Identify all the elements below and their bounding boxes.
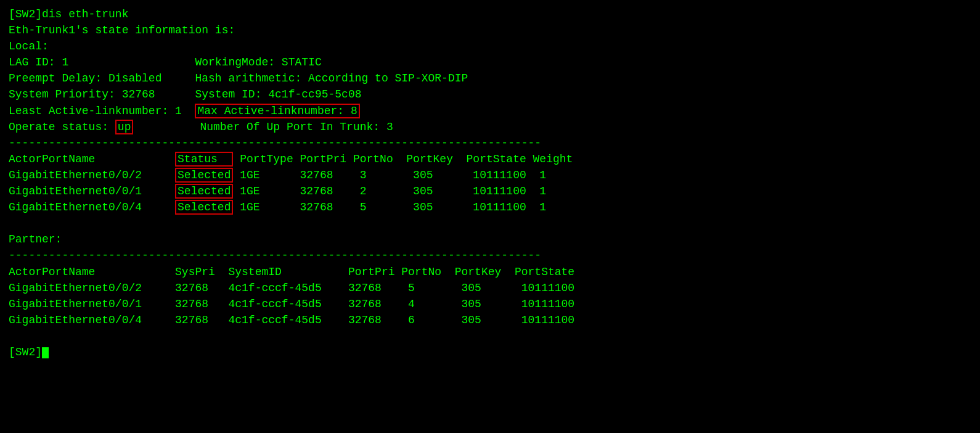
- line-partner: Partner:: [9, 231, 971, 247]
- port2-rest: 1GE 32768 3 305 10111100 1: [233, 169, 546, 181]
- line-prompt: [SW2]: [9, 344, 971, 360]
- line-syspri-sysid: System Priority: 32768 System ID: 4c1f-c…: [9, 86, 971, 102]
- actor-port-name-header: ActorPortName: [9, 153, 175, 165]
- operate-label: Operate status:: [9, 121, 115, 133]
- partner-row-port1: GigabitEthernet0/0/1 32768 4c1f-cccf-45d…: [9, 296, 971, 312]
- least-active-text: Least Active-linknumber: 1: [9, 105, 195, 117]
- line-preempt-hash: Preempt Delay: Disabled Hash arithmetic:…: [9, 70, 971, 86]
- line-least-max: Least Active-linknumber: 1 Max Active-li…: [9, 103, 971, 119]
- blank2: [9, 328, 971, 344]
- cursor: [42, 347, 49, 358]
- partner-row-port2: GigabitEthernet0/0/2 32768 4c1f-cccf-45d…: [9, 280, 971, 296]
- local-row-port2: GigabitEthernet0/0/2 Selected 1GE 32768 …: [9, 167, 971, 183]
- rest-header: PortType PortPri PortNo PortKey PortStat…: [233, 153, 573, 165]
- local-row-port4: GigabitEthernet0/0/4 Selected 1GE 32768 …: [9, 199, 971, 215]
- port4-name: GigabitEthernet0/0/4: [9, 201, 175, 213]
- status-header-highlight: Status: [175, 152, 233, 167]
- port4-rest: 1GE 32768 5 305 10111100 1: [233, 201, 546, 213]
- divider2: ----------------------------------------…: [9, 247, 971, 263]
- divider1: ----------------------------------------…: [9, 135, 971, 151]
- port1-rest: 1GE 32768 2 305 10111100 1: [233, 185, 546, 197]
- port4-status-highlight: Selected: [175, 200, 233, 215]
- num-up-text: Number Of Up Port In Trunk: 3: [133, 121, 393, 133]
- line-local: Local:: [9, 38, 971, 54]
- blank1: [9, 215, 971, 231]
- local-table-header: ActorPortName Status PortType PortPri Po…: [9, 151, 971, 167]
- port2-status-highlight: Selected: [175, 168, 233, 183]
- line-operate: Operate status: up Number Of Up Port In …: [9, 119, 971, 135]
- port2-name: GigabitEthernet0/0/2: [9, 169, 175, 181]
- line-cmd: [SW2]dis eth-trunk: [9, 6, 971, 22]
- port1-status-highlight: Selected: [175, 184, 233, 199]
- partner-table-header: ActorPortName SysPri SystemID PortPri Po…: [9, 264, 971, 280]
- line-title: Eth-Trunk1's state information is:: [9, 22, 971, 38]
- partner-row-port4: GigabitEthernet0/0/4 32768 4c1f-cccf-45d…: [9, 312, 971, 328]
- port1-name: GigabitEthernet0/0/1: [9, 185, 175, 197]
- operate-status-highlight: up: [115, 120, 134, 134]
- line-lag-workmode: LAG ID: 1 WorkingMode: STATIC: [9, 54, 971, 70]
- terminal: [SW2]dis eth-trunk Eth-Trunk1's state in…: [9, 6, 971, 360]
- max-active-highlight: Max Active-linknumber: 8: [195, 104, 359, 118]
- prompt-text: [SW2]: [9, 346, 42, 358]
- local-row-port1: GigabitEthernet0/0/1 Selected 1GE 32768 …: [9, 183, 971, 199]
